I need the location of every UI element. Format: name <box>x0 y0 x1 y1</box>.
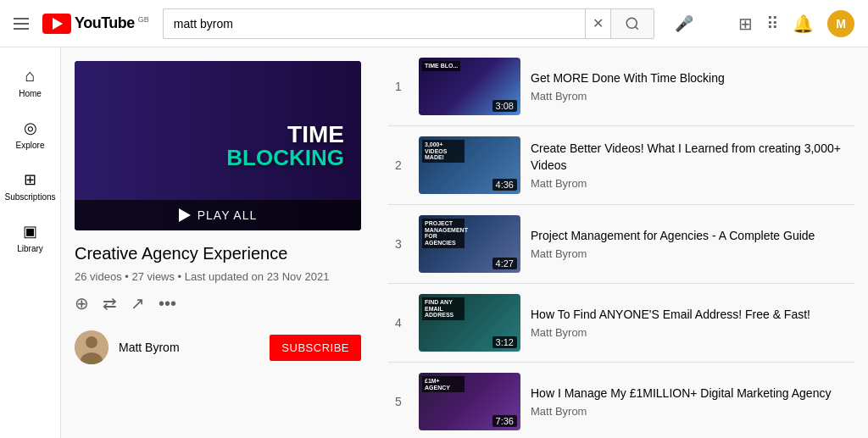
sidebar-label-explore: Explore <box>16 141 45 150</box>
search-clear-button[interactable]: ✕ <box>585 8 610 39</box>
country-code: GB <box>138 15 149 24</box>
play-all-label: PLAY ALL <box>198 208 258 222</box>
video-number: 4 <box>388 316 409 330</box>
video-title: How To Find ANYONE'S Email Address! Free… <box>531 307 854 324</box>
create-button[interactable]: ⊞ <box>738 14 753 34</box>
video-item-2[interactable]: 2 3,000+ VIDEOS MADE! 4:36 Create Better… <box>388 126 854 205</box>
video-item-1[interactable]: 1 TIME BLO... 3:08 Get MORE Done With Ti… <box>388 47 854 126</box>
channel-row: Matt Byrom SUBSCRIBE <box>75 330 361 364</box>
svg-point-0 <box>626 18 637 28</box>
video-title: Get MORE Done With Time Blocking <box>531 70 854 87</box>
main-content: ⌂ Home ◎ Explore ⊞ Subscriptions ▣ Libra… <box>0 47 868 438</box>
header: YouTube GB ✕ 🎤 ⊞ ⠿ 🔔 M <box>0 0 868 47</box>
subscriptions-icon: ⊞ <box>24 170 36 189</box>
playlist-thumbnail[interactable]: TIME BLOCKING PLAY ALL <box>75 61 361 230</box>
sidebar-item-home[interactable]: ⌂ Home <box>0 54 60 107</box>
video-channel: Matt Byrom <box>531 326 854 339</box>
video-list: 1 TIME BLO... 3:08 Get MORE Done With Ti… <box>375 47 868 438</box>
video-info: Get MORE Done With Time Blocking Matt By… <box>531 70 854 103</box>
menu-button[interactable] <box>14 18 29 30</box>
thumb-label: TIME BLO... <box>422 61 460 71</box>
sidebar-item-subscriptions[interactable]: ⊞ Subscriptions <box>0 158 60 210</box>
video-channel: Matt Byrom <box>531 247 854 260</box>
sidebar-label-home: Home <box>19 89 42 98</box>
video-duration: 4:36 <box>492 179 517 191</box>
search-bar: ✕ <box>163 8 654 39</box>
logo-text: YouTube <box>75 14 135 32</box>
channel-avatar[interactable] <box>75 330 108 364</box>
video-channel: Matt Byrom <box>531 177 854 190</box>
thumb-label: 3,000+ VIDEOS MADE! <box>422 140 465 163</box>
video-title: Create Better Videos! What I Learned fro… <box>531 141 854 174</box>
sidebar-label-subscriptions: Subscriptions <box>4 192 55 202</box>
channel-name: Matt Byrom <box>119 341 180 354</box>
blocking-text: BLOCKING <box>226 147 344 169</box>
video-duration: 3:08 <box>492 100 517 112</box>
video-number: 3 <box>388 237 409 251</box>
video-duration: 7:36 <box>492 415 517 427</box>
video-thumbnail: £1M+ AGENCY 7:36 <box>419 373 520 430</box>
video-thumbnail: TIME BLO... 3:08 <box>419 58 520 115</box>
thumb-label: £1M+ AGENCY <box>422 376 465 392</box>
notifications-button[interactable]: 🔔 <box>793 14 814 34</box>
video-number: 5 <box>388 395 409 408</box>
video-item-3[interactable]: 3 PROJECT MANAGEMENT FOR AGENCIES 4:27 P… <box>388 205 854 284</box>
search-button[interactable] <box>610 8 654 39</box>
video-info: Project Management for Agencies - A Comp… <box>531 228 854 261</box>
sidebar: ⌂ Home ◎ Explore ⊞ Subscriptions ▣ Libra… <box>0 47 61 438</box>
playlist-actions: ⊕ ⇄ ↗ ••• <box>75 293 361 313</box>
play-all-button[interactable]: PLAY ALL <box>75 200 361 230</box>
thumb-label: FIND ANY EMAIL ADDRESS <box>422 297 465 320</box>
thumbnail-text: TIME BLOCKING <box>226 123 344 169</box>
more-options-icon[interactable]: ••• <box>159 294 176 313</box>
mic-button[interactable]: 🎤 <box>675 14 693 33</box>
video-number: 1 <box>388 80 409 93</box>
youtube-icon <box>42 14 71 34</box>
video-duration: 4:27 <box>492 258 517 269</box>
header-right: ⊞ ⠿ 🔔 M <box>738 10 854 37</box>
video-number: 2 <box>388 158 409 172</box>
library-icon: ▣ <box>23 222 37 241</box>
sidebar-label-library: Library <box>17 244 43 253</box>
video-thumbnail: PROJECT MANAGEMENT FOR AGENCIES 4:27 <box>419 215 520 273</box>
subscribe-button[interactable]: SUBSCRIBE <box>270 335 361 361</box>
share-icon[interactable]: ↗ <box>131 293 145 313</box>
thumb-label: PROJECT MANAGEMENT FOR AGENCIES <box>422 219 465 248</box>
apps-button[interactable]: ⠿ <box>766 14 779 34</box>
sidebar-item-explore[interactable]: ◎ Explore <box>0 107 60 158</box>
video-duration: 3:12 <box>492 336 517 348</box>
video-info: How I Manage My £1MILLION+ Digital Marke… <box>531 385 854 419</box>
search-input[interactable] <box>163 8 585 39</box>
home-icon: ⌂ <box>25 66 35 86</box>
time-text: TIME <box>226 123 344 147</box>
video-title: How I Manage My £1MILLION+ Digital Marke… <box>531 385 854 402</box>
playlist-panel: TIME BLOCKING PLAY ALL Creative Agency E… <box>61 47 375 438</box>
play-triangle-icon <box>179 208 191 222</box>
play-icon <box>53 18 63 30</box>
video-channel: Matt Byrom <box>531 405 854 418</box>
user-avatar[interactable]: M <box>827 10 854 37</box>
sidebar-item-library[interactable]: ▣ Library <box>0 210 60 262</box>
video-thumbnail: FIND ANY EMAIL ADDRESS 3:12 <box>419 294 520 352</box>
video-info: Create Better Videos! What I Learned fro… <box>531 141 854 190</box>
video-thumbnail: 3,000+ VIDEOS MADE! 4:36 <box>419 136 520 194</box>
playlist-title: Creative Agency Experience <box>75 244 361 263</box>
playlist-meta: 26 videos • 27 views • Last updated on 2… <box>75 270 361 283</box>
video-info: How To Find ANYONE'S Email Address! Free… <box>531 307 854 340</box>
video-item-5[interactable]: 5 £1M+ AGENCY 7:36 How I Manage My £1MIL… <box>388 363 854 438</box>
youtube-logo: YouTube GB <box>42 14 149 34</box>
video-channel: Matt Byrom <box>531 90 854 103</box>
add-to-queue-icon[interactable]: ⊕ <box>75 293 89 313</box>
video-item-4[interactable]: 4 FIND ANY EMAIL ADDRESS 3:12 How To Fin… <box>388 284 854 363</box>
shuffle-icon[interactable]: ⇄ <box>103 293 117 313</box>
content-area: TIME BLOCKING PLAY ALL Creative Agency E… <box>61 47 868 438</box>
video-title: Project Management for Agencies - A Comp… <box>531 228 854 245</box>
header-left: YouTube GB <box>14 14 149 34</box>
svg-line-1 <box>635 26 637 29</box>
explore-icon: ◎ <box>24 119 37 137</box>
svg-point-3 <box>86 336 97 348</box>
